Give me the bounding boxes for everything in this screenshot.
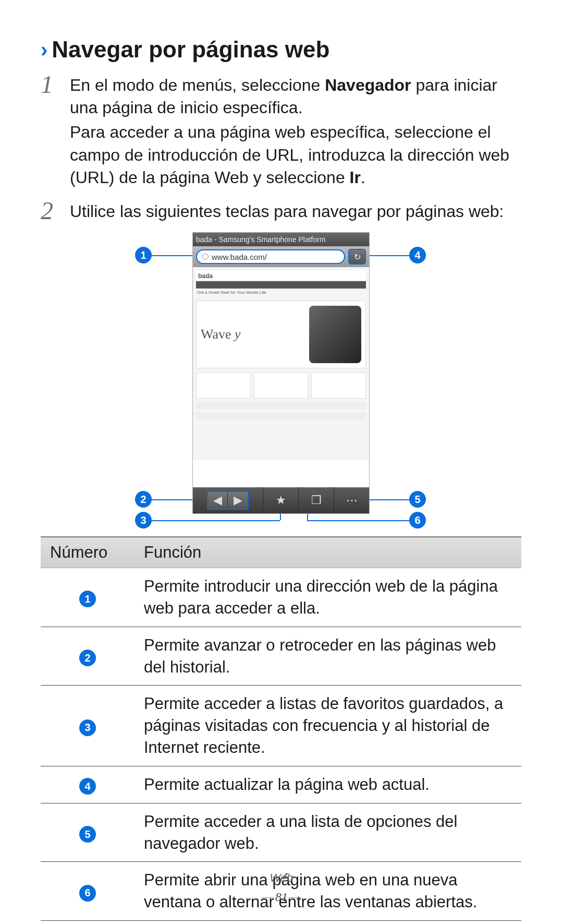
step-body: En el modo de menús, seleccione Navegado… (70, 72, 521, 191)
more-icon: ⋯ (346, 494, 358, 507)
windows-icon: ❐ (311, 494, 322, 507)
footer-section-label: Web (0, 871, 563, 885)
footer-strip (196, 412, 366, 419)
more-button[interactable]: ⋯ (334, 487, 369, 513)
step2-text: Utilice las siguientes teclas para naveg… (70, 200, 521, 223)
info-card (196, 373, 251, 399)
callout-marker-4: 4 (409, 247, 426, 263)
phone-screenshot: bada - Samsung's Smartphone Platform www… (192, 232, 370, 514)
table-row: 3 Permite acceder a listas de favoritos … (41, 686, 521, 766)
page-number: 81 (266, 889, 297, 905)
step1-p2a: Para acceder a una página web específica… (70, 123, 509, 186)
section-heading: › Navegar por páginas web (41, 37, 521, 63)
url-text: www.bada.com/ (212, 253, 267, 261)
function-table: Número Función 1 Permite introducir una … (41, 536, 521, 921)
nav-cell: ◀ ▶ (193, 487, 263, 513)
star-icon: ★ (276, 494, 286, 507)
info-card (311, 373, 366, 399)
step-number: 1 (41, 72, 58, 191)
browser-bottombar: ◀ ▶ ★ ❐ ⋯ (193, 487, 369, 513)
row-function: Permite acceder a una lista de opciones … (134, 803, 521, 862)
step1-text-a: En el modo de menús, seleccione (70, 76, 325, 94)
callout-line (366, 255, 410, 256)
wave-label: Wave (201, 327, 235, 342)
table-row: 4 Permite actualizar la página web actua… (41, 766, 521, 803)
step-number: 2 (41, 198, 58, 225)
row-marker: 3 (79, 719, 96, 736)
table-row: 5 Permite acceder a una lista de opcione… (41, 803, 521, 862)
row-marker: 1 (79, 591, 96, 607)
callout-marker-6: 6 (409, 512, 426, 529)
step1-p2b: . (361, 168, 365, 187)
heading-text: Navegar por páginas web (52, 37, 329, 63)
callout-line (151, 255, 198, 256)
callout-line (151, 520, 280, 521)
phone-figure: 1 4 2 5 3 6 bada - Samsung's Smartphone … (41, 232, 521, 522)
step1-bold: Navegador (325, 76, 411, 94)
manual-page: › Navegar por páginas web 1 En el modo d… (0, 0, 563, 921)
col-header-number: Número (41, 537, 134, 568)
page-footer: Web 81 (0, 871, 563, 905)
windows-button[interactable]: ❐ (299, 487, 334, 513)
browser-urlbar: www.bada.com/ ↻ (193, 246, 369, 267)
callout-marker-3: 3 (135, 512, 152, 529)
row-function: Permite introducir una dirección web de … (134, 568, 521, 627)
page-content: bada Get a Smart Start for Your Mobile L… (193, 267, 369, 460)
callout-marker-1: 1 (135, 247, 152, 263)
url-input[interactable]: www.bada.com/ (196, 249, 345, 264)
phone-image (309, 306, 361, 363)
nav-buttons[interactable]: ◀ ▶ (207, 491, 249, 510)
info-cards (196, 373, 366, 399)
steps-list: 1 En el modo de menús, seleccione Navega… (41, 72, 521, 225)
table-row: 1 Permite introducir una dirección web d… (41, 568, 521, 627)
back-button[interactable]: ◀ (208, 492, 228, 509)
step1-p2-bold: Ir (350, 168, 361, 187)
forward-button[interactable]: ▶ (228, 492, 248, 509)
step-1: 1 En el modo de menús, seleccione Navega… (41, 72, 521, 191)
wave-y: y (235, 327, 241, 342)
refresh-icon: ↻ (354, 252, 361, 262)
info-card (254, 373, 309, 399)
site-tabs (196, 281, 366, 289)
globe-icon (202, 254, 209, 260)
hero-banner: Wave y (196, 301, 366, 368)
callout-line (151, 499, 198, 500)
table-row: 2 Permite avanzar o retroceder en las pá… (41, 627, 521, 686)
refresh-button[interactable]: ↻ (348, 249, 366, 265)
bookmarks-button[interactable]: ★ (263, 487, 299, 513)
row-function: Permite actualizar la página web actual. (134, 766, 521, 803)
row-function: Permite acceder a listas de favoritos gu… (134, 686, 521, 766)
footer-strip (196, 402, 366, 409)
forward-icon: ▶ (234, 494, 242, 507)
row-marker: 4 (79, 778, 96, 795)
row-function: Permite avanzar o retroceder en las pági… (134, 627, 521, 686)
site-brand: bada (196, 270, 366, 281)
chevron-icon: › (41, 39, 47, 60)
step-2: 2 Utilice las siguientes teclas para nav… (41, 198, 521, 225)
col-header-function: Función (134, 537, 521, 568)
callout-marker-2: 2 (135, 491, 152, 508)
back-icon: ◀ (213, 494, 222, 507)
row-marker: 5 (79, 826, 96, 843)
step-body: Utilice las siguientes teclas para naveg… (70, 198, 521, 225)
callout-line (307, 520, 410, 521)
hero-caption: Get a Smart Start for Your Mobile Life (196, 289, 366, 296)
callout-marker-5: 5 (409, 491, 426, 508)
callout-line (366, 499, 410, 500)
row-marker: 2 (79, 650, 96, 666)
browser-titlebar: bada - Samsung's Smartphone Platform (193, 233, 369, 246)
